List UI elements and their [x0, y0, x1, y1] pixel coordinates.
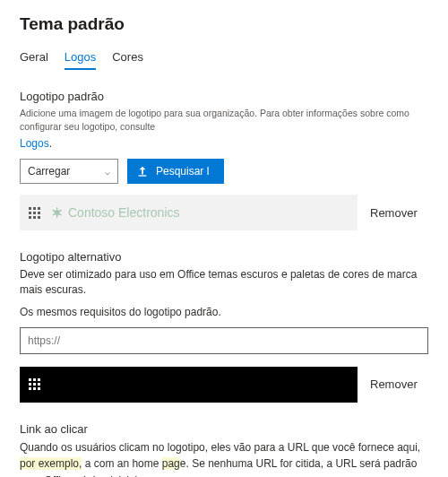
waffle-icon-dark [29, 378, 40, 390]
tab-general[interactable]: Geral [20, 50, 48, 69]
upload-row: Carregar ⌵ Pesquisar l [20, 159, 428, 184]
helper-text: Adicione uma imagem de logotipo para sua… [20, 108, 409, 132]
remove-alt-logo[interactable]: Remover [370, 377, 428, 391]
waffle-icon [29, 207, 40, 219]
contoso-mark-icon: ✶ [51, 204, 63, 221]
logos-link-line: Logos. [20, 136, 428, 152]
contoso-logo: ✶ Contoso Electronics [51, 204, 180, 221]
alt-logo-preview-row: Remover [20, 367, 428, 403]
upload-dropdown-label: Carregar [28, 165, 70, 178]
click-link-label: Link ao clicar [20, 422, 428, 436]
alt-logo-label: Logotipo alternativo [20, 250, 428, 264]
alt-logo-preview [20, 367, 358, 403]
default-logo-preview: ✶ Contoso Electronics [20, 195, 358, 230]
upload-arrow-icon [136, 165, 149, 178]
contoso-text: Contoso Electronics [68, 205, 180, 220]
upload-dropdown[interactable]: Carregar ⌵ [20, 159, 118, 184]
tab-colors[interactable]: Cores [112, 50, 143, 69]
default-logo-label: Logotipo padrão [20, 90, 428, 103]
alt-logo-url-input[interactable] [20, 327, 428, 354]
alt-logo-section: Logotipo alternativo Deve ser otimizado … [20, 250, 428, 402]
search-button-label: Pesquisar l [156, 165, 209, 178]
default-logo-helper: Adicione uma imagem de logotipo para sua… [20, 107, 428, 133]
search-button[interactable]: Pesquisar l [127, 159, 224, 184]
click-link-desc: Quando os usuários clicam no logotipo, e… [20, 439, 428, 477]
chevron-down-icon: ⌵ [105, 167, 110, 177]
default-logo-preview-row: ✶ Contoso Electronics Remover [20, 195, 428, 230]
click-link-section: Link ao clicar Quando os usuários clicam… [20, 422, 428, 477]
logos-link[interactable]: Logos [20, 137, 49, 150]
page-title: Tema padrão [20, 14, 428, 34]
default-logo-section: Logotipo padrão Adicione uma imagem de l… [20, 90, 428, 230]
tab-logos[interactable]: Logos [65, 50, 96, 69]
svg-rect-0 [139, 176, 147, 177]
alt-logo-desc1: Deve ser otimizado para uso em Office te… [20, 267, 428, 298]
remove-default-logo[interactable]: Remover [370, 206, 428, 220]
tabs: Geral Logos Cores [20, 50, 428, 70]
alt-logo-desc2: Os mesmos requisitos do logotipo padrão. [20, 305, 428, 320]
